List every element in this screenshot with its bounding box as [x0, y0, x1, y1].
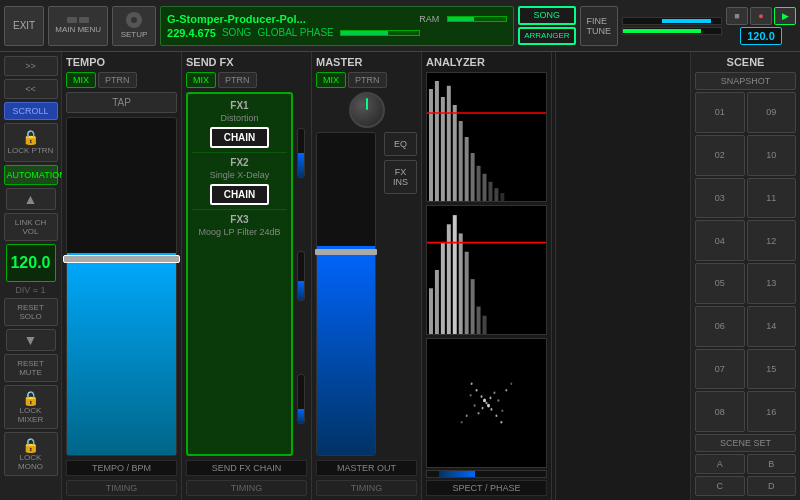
song-arranger-button[interactable]: SONG ARRANGER: [518, 6, 575, 44]
svg-point-37: [487, 404, 490, 408]
svg-point-39: [482, 407, 484, 410]
setup-button[interactable]: SETUP: [112, 6, 156, 46]
back-button[interactable]: <<: [4, 79, 58, 99]
svg-rect-16: [429, 288, 433, 334]
fx1-sub: Distortion: [220, 113, 258, 123]
svg-point-38: [483, 399, 486, 403]
down-arrow-button[interactable]: ▼: [6, 329, 56, 351]
scene-btn-12[interactable]: 12: [747, 220, 797, 261]
automation-button[interactable]: AUTOMATION: [4, 165, 58, 185]
scene-btn-10[interactable]: 10: [747, 135, 797, 176]
fx3-fader[interactable]: [297, 374, 305, 424]
fine-tune-button[interactable]: FINE TUNE: [580, 6, 619, 46]
send-fx-ptrn-button[interactable]: PTRN: [218, 72, 257, 88]
tempo-ptrn-button[interactable]: PTRN: [98, 72, 137, 88]
reset-solo-button[interactable]: RESET SOLO: [4, 298, 58, 326]
scene-btn-11[interactable]: 11: [747, 178, 797, 219]
fx2-block: FX2 Single X-Delay: [192, 157, 287, 180]
scene-btn-15[interactable]: 15: [747, 349, 797, 390]
analyzer-display-mid: [426, 205, 547, 335]
master-ptrn-button[interactable]: PTRN: [348, 72, 387, 88]
fx3-block: FX3 Moog LP Filter 24dB: [192, 214, 287, 237]
svg-point-34: [500, 421, 502, 424]
svg-point-42: [493, 391, 495, 394]
lock-ptrn-button[interactable]: 🔒LOCK PTRN: [4, 123, 58, 162]
record-button[interactable]: ●: [750, 7, 772, 25]
ram-bar: [447, 16, 507, 22]
svg-rect-12: [494, 188, 498, 201]
display-title: G-Stomper-Producer-Pol...: [167, 13, 306, 25]
display-song-tag: SONG: [222, 27, 251, 38]
send-fx-timing-button[interactable]: TIMING: [186, 480, 307, 496]
svg-point-32: [495, 415, 497, 418]
chain2-button[interactable]: CHAIN: [210, 184, 270, 205]
arranger-button[interactable]: ARRANGER: [518, 27, 575, 45]
up-arrow-button[interactable]: ▲: [6, 188, 56, 210]
tempo-tap-button[interactable]: TAP: [66, 92, 177, 113]
scene-btn-a[interactable]: A: [695, 454, 745, 474]
scene-btn-08[interactable]: 08: [695, 391, 745, 432]
scene-btn-13[interactable]: 13: [747, 263, 797, 304]
scene-btn-04[interactable]: 04: [695, 220, 745, 261]
scene-btn-07[interactable]: 07: [695, 349, 745, 390]
svg-point-30: [490, 408, 492, 411]
master-mix-button[interactable]: MIX: [316, 72, 346, 88]
svg-rect-10: [483, 174, 487, 201]
tune-bar-bottom: [622, 27, 722, 35]
scene-btn-c[interactable]: C: [695, 476, 745, 496]
exit-button[interactable]: EXIT: [4, 6, 44, 46]
tempo-fader[interactable]: [66, 117, 177, 456]
eq-button[interactable]: EQ: [384, 132, 417, 156]
snapshot-button[interactable]: SNAPSHOT: [695, 72, 796, 90]
svg-rect-6: [459, 121, 463, 201]
scene-btn-05[interactable]: 05: [695, 263, 745, 304]
chain1-button[interactable]: CHAIN: [210, 127, 270, 148]
song-button[interactable]: SONG: [518, 6, 575, 25]
left-sidebar: >> << SCROLL 🔒LOCK PTRN AUTOMATION ▲ LIN…: [0, 52, 62, 500]
master-fader[interactable]: [316, 132, 376, 456]
play-button[interactable]: ▶: [774, 7, 796, 25]
svg-point-40: [489, 397, 491, 400]
scene-btn-03[interactable]: 03: [695, 178, 745, 219]
link-ch-vol-button[interactable]: LINK CH VOL: [4, 213, 58, 241]
scene-set-button[interactable]: SCENE SET: [695, 434, 796, 452]
scene-btn-d[interactable]: D: [747, 476, 797, 496]
fx-ins-button[interactable]: FX INS: [384, 160, 417, 194]
main-menu-button[interactable]: MAIN MENU: [48, 6, 108, 46]
svg-rect-13: [500, 193, 504, 201]
scene-btn-14[interactable]: 14: [747, 306, 797, 347]
fx2-fader[interactable]: [297, 251, 305, 301]
scene-btn-06[interactable]: 06: [695, 306, 745, 347]
svg-rect-20: [453, 215, 457, 334]
send-fx-section: SEND FX MIX PTRN FX1 Distortion CHAIN FX…: [182, 52, 312, 500]
fx1-fader[interactable]: [297, 128, 305, 178]
lock-mono-button[interactable]: 🔒LOCK MONO: [4, 432, 58, 476]
svg-rect-19: [447, 224, 451, 334]
center-display: G-Stomper-Producer-Pol... RAM 229.4.675 …: [160, 6, 514, 46]
scene-btn-01[interactable]: 01: [695, 92, 745, 133]
analyzer-section: ANALYZER: [422, 52, 552, 500]
tempo-timing-button[interactable]: TIMING: [66, 480, 177, 496]
scroll-button[interactable]: SCROLL: [4, 102, 58, 120]
master-knob[interactable]: [349, 92, 385, 128]
tempo-section: TEMPO MIX PTRN TAP TEMPO / BPM TIMING: [62, 52, 182, 500]
scene-btn-b[interactable]: B: [747, 454, 797, 474]
scene-btn-16[interactable]: 16: [747, 391, 797, 432]
svg-point-31: [476, 389, 478, 392]
tempo-mix-button[interactable]: MIX: [66, 72, 96, 88]
master-section: MASTER MIX PTRN EQ FX INS MASTER OUT TIM…: [312, 52, 422, 500]
fx1-label: FX1: [230, 100, 248, 111]
scene-btn-02[interactable]: 02: [695, 135, 745, 176]
forward-button[interactable]: >>: [4, 56, 58, 76]
svg-point-35: [466, 415, 468, 418]
scene-grid: 01 09 02 10 03 11 04 12 05 13 06 14 07 1…: [695, 92, 796, 432]
tempo-bottom-label: TEMPO / BPM: [66, 460, 177, 476]
send-fx-title: SEND FX: [186, 56, 307, 68]
scene-btn-09[interactable]: 09: [747, 92, 797, 133]
master-timing-button[interactable]: TIMING: [316, 480, 417, 496]
reset-mute-button[interactable]: RESET MUTE: [4, 354, 58, 382]
stop-button[interactable]: ■: [726, 7, 748, 25]
send-fx-mix-button[interactable]: MIX: [186, 72, 216, 88]
svg-rect-25: [483, 316, 487, 334]
lock-mixer-button[interactable]: 🔒LOCK MIXER: [4, 385, 58, 429]
